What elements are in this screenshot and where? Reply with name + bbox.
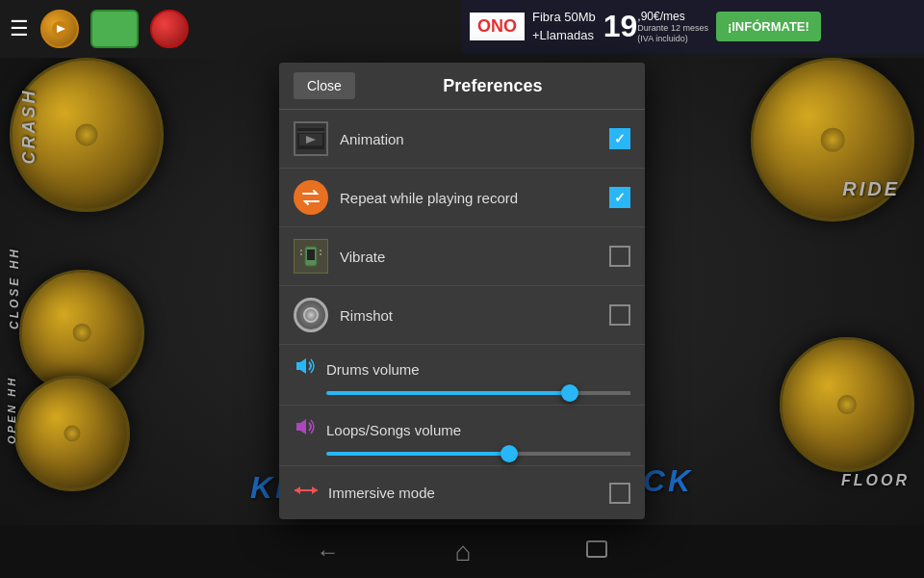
preferences-header: Close Preferences bbox=[279, 63, 645, 110]
loops-volume-top: Loops/Songs volume bbox=[294, 415, 630, 444]
bottom-nav: ← ⌂ bbox=[0, 525, 924, 578]
close-hh-label: CLOSE HH bbox=[8, 247, 21, 329]
preferences-body: Animation Repeat while playing record bbox=[279, 110, 645, 519]
animation-label: Animation bbox=[340, 131, 609, 147]
top-bar-left: ☰ bbox=[10, 10, 189, 48]
stop-button[interactable] bbox=[150, 10, 189, 48]
green-button[interactable] bbox=[90, 10, 139, 48]
arrows-horizontal-icon bbox=[294, 481, 319, 500]
recent-apps-button[interactable] bbox=[586, 540, 607, 563]
home-button[interactable]: ⌂ bbox=[455, 537, 472, 567]
preferences-title: Preferences bbox=[355, 76, 630, 96]
top-bar: ☰ ONO Fibra 50Mb +Llamadas 19 ,90€/mes D… bbox=[0, 0, 924, 58]
immersive-icon bbox=[294, 481, 319, 506]
rimshot-label: Rimshot bbox=[340, 307, 609, 324]
loops-volume-label: Loops/Songs volume bbox=[326, 422, 630, 438]
drums-volume-preference[interactable]: Drums volume bbox=[279, 345, 645, 406]
rimshot-inner-icon bbox=[303, 307, 319, 323]
rimshot-icon bbox=[294, 298, 328, 332]
ad-price-note: Durante 12 meses bbox=[637, 23, 708, 34]
open-hh-label: OPEN HH bbox=[6, 376, 17, 444]
speaker-icon bbox=[294, 355, 317, 378]
repeat-icon bbox=[294, 180, 328, 215]
cymbal-open-hh bbox=[14, 376, 130, 491]
vibrate-checkbox[interactable] bbox=[609, 246, 630, 267]
hamburger-icon[interactable]: ☰ bbox=[10, 16, 29, 41]
rimshot-preference[interactable]: Rimshot bbox=[279, 286, 645, 345]
drums-volume-track[interactable] bbox=[326, 391, 630, 395]
svg-rect-17 bbox=[587, 541, 606, 557]
svg-marker-13 bbox=[296, 419, 306, 434]
svg-marker-16 bbox=[312, 486, 318, 494]
vibrate-icon-svg bbox=[297, 243, 324, 270]
repeat-icon-svg bbox=[299, 186, 322, 209]
crash-label: CRASH bbox=[19, 88, 39, 164]
rimshot-checkbox[interactable] bbox=[609, 304, 630, 326]
ad-banner[interactable]: ONO Fibra 50Mb +Llamadas 19 ,90€/mes Dur… bbox=[462, 0, 924, 53]
animation-icon-svg bbox=[297, 128, 324, 149]
animation-preference[interactable]: Animation bbox=[279, 110, 645, 169]
ride-label: RIDE bbox=[842, 178, 900, 200]
ad-price-decimal: ,90€/mes Durante 12 meses (IVA incluido) bbox=[637, 10, 708, 44]
animation-checkbox[interactable] bbox=[609, 128, 630, 149]
recent-apps-icon bbox=[586, 540, 607, 558]
repeat-preference[interactable]: Repeat while playing record bbox=[279, 169, 645, 227]
immersive-label: Immersive mode bbox=[328, 485, 609, 501]
ad-line2: +Llamadas bbox=[532, 27, 596, 44]
loops-volume-preference[interactable]: Loops/Songs volume bbox=[279, 406, 645, 466]
speaker-purple-icon bbox=[294, 415, 317, 438]
drums-volume-top: Drums volume bbox=[294, 355, 630, 383]
loops-volume-icon bbox=[294, 415, 317, 444]
drums-volume-label: Drums volume bbox=[326, 361, 630, 378]
repeat-label: Repeat while playing record bbox=[340, 190, 609, 206]
svg-rect-7 bbox=[307, 250, 315, 260]
record-button[interactable] bbox=[40, 10, 79, 48]
preferences-dialog: Close Preferences Animation bbox=[279, 63, 645, 519]
loops-volume-track[interactable] bbox=[326, 452, 630, 456]
floor-label: FLOOR bbox=[841, 472, 910, 489]
ad-brand: ONO bbox=[470, 13, 525, 40]
vibrate-icon bbox=[294, 239, 328, 274]
close-button[interactable]: Close bbox=[294, 72, 355, 99]
ad-price-integer: 19 bbox=[603, 9, 638, 44]
ad-line1: Fibra 50Mb bbox=[532, 9, 596, 26]
svg-marker-15 bbox=[295, 486, 300, 494]
cymbal-floor bbox=[780, 337, 914, 472]
drums-volume-thumb[interactable] bbox=[561, 384, 578, 402]
repeat-checkbox[interactable] bbox=[609, 187, 630, 208]
immersive-preference[interactable]: Immersive mode bbox=[279, 466, 645, 519]
ad-cta-button[interactable]: ¡INFÓRMATE! bbox=[716, 12, 821, 41]
animation-icon bbox=[294, 121, 328, 156]
back-button[interactable]: ← bbox=[317, 539, 340, 565]
vibrate-label: Vibrate bbox=[340, 249, 609, 265]
vibrate-preference[interactable]: Vibrate bbox=[279, 227, 645, 286]
svg-marker-12 bbox=[296, 358, 306, 374]
ad-price: 19 ,90€/mes Durante 12 meses (IVA inclui… bbox=[603, 9, 708, 44]
ad-text: Fibra 50Mb +Llamadas bbox=[532, 9, 596, 43]
immersive-checkbox[interactable] bbox=[609, 483, 630, 504]
loops-volume-thumb[interactable] bbox=[500, 445, 518, 462]
drums-volume-icon bbox=[294, 355, 317, 383]
ad-price-dec-value: ,90€/mes bbox=[637, 10, 708, 23]
record-icon bbox=[49, 18, 70, 39]
ad-price-note2: (IVA incluido) bbox=[637, 34, 708, 44]
